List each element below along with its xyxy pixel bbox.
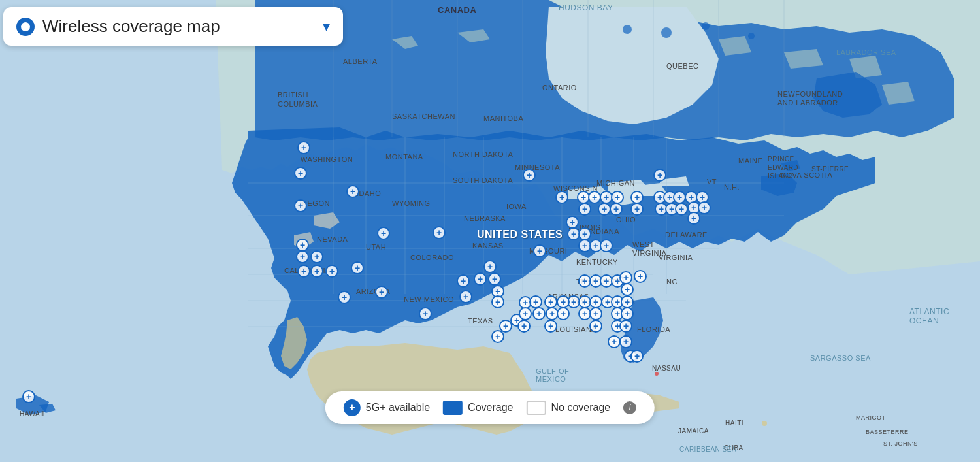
map-marker[interactable]: + [297, 265, 310, 278]
map-container: CANADA ALBERTA SASKATCHEWAN MANITOBA ONT… [0, 0, 980, 462]
legend-5g-label: 5G+ available [366, 402, 430, 414]
map-marker[interactable]: + [557, 307, 570, 320]
legend-no-coverage-item: No coverage [526, 401, 610, 415]
map-marker[interactable]: + [673, 191, 686, 204]
svg-point-26 [702, 22, 710, 30]
map-marker[interactable]: + [621, 295, 634, 308]
map-marker[interactable]: + [589, 295, 602, 308]
map-marker[interactable]: + [566, 216, 579, 229]
legend-no-coverage-label: No coverage [551, 402, 610, 414]
legend-5g-item: + 5G+ available [344, 399, 430, 416]
map-marker[interactable]: + [346, 185, 359, 198]
coverage-swatch [443, 401, 463, 415]
map-marker[interactable]: + [619, 335, 632, 348]
map-marker[interactable]: + [611, 191, 624, 204]
svg-point-29 [655, 372, 659, 376]
map-marker[interactable]: + [589, 320, 602, 333]
map-marker[interactable]: + [630, 191, 644, 204]
map-marker[interactable]: + [619, 271, 632, 284]
svg-point-25 [661, 27, 672, 38]
map-marker[interactable]: + [517, 320, 531, 333]
legend-bar: + 5G+ available Coverage No coverage i [325, 391, 655, 424]
map-marker[interactable]: + [419, 307, 432, 320]
verizon-logo [16, 18, 35, 36]
map-marker[interactable]: + [296, 250, 309, 263]
map-marker[interactable]: + [459, 290, 472, 303]
map-marker[interactable]: + [675, 203, 688, 216]
map-marker[interactable]: + [608, 335, 621, 348]
map-marker[interactable]: + [588, 191, 601, 204]
map-marker[interactable]: + [351, 261, 364, 274]
map-marker[interactable]: + [377, 227, 390, 240]
map-marker[interactable]: + [578, 227, 591, 240]
page-title: Wireless coverage map [42, 16, 315, 37]
map-marker[interactable]: + [630, 350, 644, 363]
map-marker[interactable]: + [557, 295, 570, 308]
map-marker[interactable]: + [653, 169, 666, 182]
map-marker[interactable]: + [310, 250, 323, 263]
map-marker[interactable]: + [310, 265, 323, 278]
map-marker[interactable]: + [600, 239, 613, 252]
map-marker[interactable]: + [533, 244, 546, 257]
map-marker[interactable]: + [532, 307, 546, 320]
map-marker[interactable]: + [634, 270, 647, 283]
map-marker[interactable]: + [338, 291, 351, 304]
5g-icon: + [344, 399, 361, 416]
map-marker[interactable]: + [457, 274, 470, 288]
map-marker[interactable]: + [483, 260, 497, 273]
map-marker[interactable]: + [433, 226, 446, 239]
map-marker[interactable]: + [619, 320, 632, 333]
map-marker[interactable]: + [578, 203, 591, 216]
map-marker[interactable]: + [488, 272, 501, 286]
map-marker[interactable]: + [598, 203, 611, 216]
map-marker[interactable]: + [630, 203, 644, 216]
map-marker[interactable]: + [519, 307, 532, 320]
map-marker[interactable]: + [621, 307, 634, 320]
map-marker[interactable]: + [375, 286, 388, 299]
title-card[interactable]: Wireless coverage map ▾ [3, 7, 343, 46]
legend-coverage-item: Coverage [443, 401, 513, 415]
map-marker[interactable]: + [474, 272, 487, 286]
map-marker[interactable]: + [621, 283, 634, 296]
no-coverage-swatch [526, 401, 546, 415]
map-marker[interactable]: + [325, 265, 338, 278]
map-marker[interactable]: + [589, 307, 602, 320]
map-marker[interactable]: + [22, 390, 35, 403]
svg-point-28 [748, 33, 755, 39]
map-marker[interactable]: + [491, 295, 504, 308]
map-marker[interactable]: + [297, 141, 310, 154]
map-marker[interactable]: + [687, 212, 700, 225]
info-icon[interactable]: i [623, 401, 636, 414]
svg-point-27 [623, 25, 632, 34]
map-marker[interactable]: + [523, 169, 536, 182]
map-marker[interactable]: + [529, 295, 542, 308]
svg-point-31 [762, 421, 767, 426]
map-marker[interactable]: + [294, 167, 307, 180]
map-marker[interactable]: + [544, 295, 557, 308]
map-marker[interactable]: + [296, 239, 309, 252]
map-marker[interactable]: + [555, 191, 568, 204]
map-marker[interactable]: + [610, 203, 623, 216]
legend-coverage-label: Coverage [468, 402, 513, 414]
map-marker[interactable]: + [294, 199, 307, 212]
map-marker[interactable]: + [544, 320, 557, 333]
dropdown-chevron-icon: ▾ [323, 18, 330, 35]
map-marker[interactable]: + [698, 201, 711, 214]
